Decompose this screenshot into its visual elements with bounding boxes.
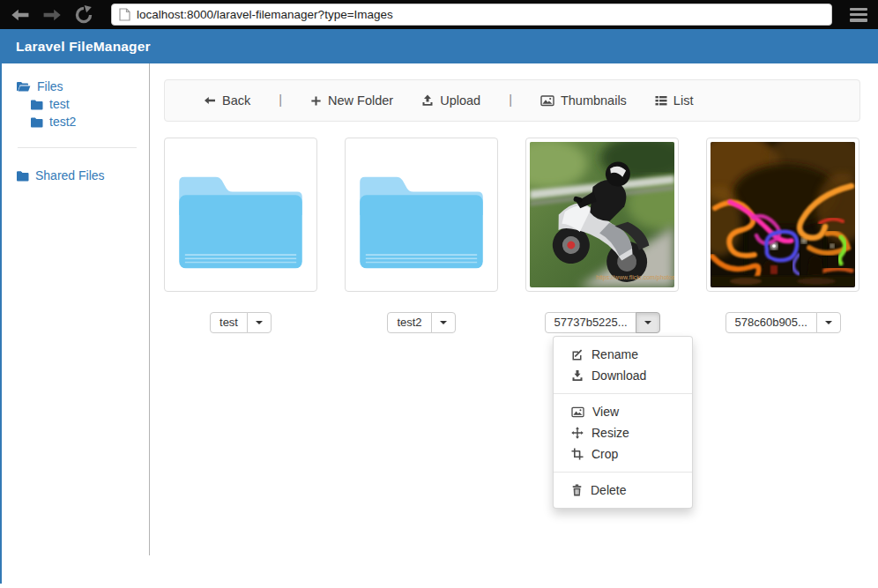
sidebar-item-label: test2 <box>49 115 76 129</box>
menu-divider <box>554 393 692 394</box>
item-context-menu: Rename Download <box>553 336 693 509</box>
toolbar: Back | New Folder Upload | <box>164 79 860 122</box>
new-folder-button[interactable]: New Folder <box>310 93 393 108</box>
menu-item-delete[interactable]: Delete <box>554 480 692 501</box>
caret-down-icon <box>825 321 832 324</box>
item-dropdown-toggle[interactable] <box>431 312 456 333</box>
item-dropdown-toggle-open[interactable] <box>636 312 660 333</box>
sidebar-item-label: Files <box>37 79 63 93</box>
folder-open-icon <box>16 80 31 93</box>
list-button[interactable]: List <box>655 93 694 108</box>
sidebar-item-files[interactable]: Files <box>16 78 149 95</box>
back-button[interactable]: Back <box>204 93 250 108</box>
menu-item-rename[interactable]: Rename <box>554 344 692 365</box>
grid-item-image-1: https://www.flickr.com/photos 57737b5225… <box>525 138 679 333</box>
back-label: Back <box>222 93 250 108</box>
motorcycle-photo: https://www.flickr.com/photos <box>530 142 674 287</box>
big-folder-icon <box>354 157 488 273</box>
resize-icon <box>571 427 584 439</box>
menu-item-label: Download <box>592 368 646 383</box>
items-grid: test tes <box>164 138 860 333</box>
menu-divider <box>554 472 692 473</box>
menu-item-view[interactable]: View <box>554 401 692 422</box>
folder-thumbnail[interactable] <box>164 138 317 292</box>
menu-item-label: Delete <box>591 483 626 497</box>
browser-forward-icon[interactable] <box>42 5 62 25</box>
menu-item-label: Rename <box>592 347 638 361</box>
list-label: List <box>673 93 694 108</box>
thumbnails-button[interactable]: Thumbnails <box>540 93 627 108</box>
browser-menu-icon[interactable] <box>850 8 867 22</box>
folder-thumbnail[interactable] <box>345 138 498 292</box>
item-dropdown-toggle[interactable] <box>816 312 841 333</box>
sidebar-item-label: test <box>49 97 70 111</box>
item-dropdown-toggle[interactable] <box>247 312 272 333</box>
menu-item-label: View <box>592 405 619 419</box>
item-name-group: 578c60b905... <box>725 312 841 333</box>
big-folder-icon <box>174 157 308 273</box>
caret-down-icon <box>644 321 651 324</box>
main-panel: Back | New Folder Upload | <box>164 79 860 333</box>
grid-item-folder-test: test <box>164 138 317 333</box>
toolbar-separator: | <box>509 93 512 108</box>
image-thumbnail[interactable] <box>706 138 859 292</box>
thumbnails-label: Thumbnails <box>561 93 627 108</box>
list-icon <box>655 95 667 107</box>
folder-icon <box>30 116 43 128</box>
grid-item-folder-test2: test2 <box>345 138 498 333</box>
picture-icon <box>540 94 554 107</box>
upload-icon <box>421 94 434 107</box>
plus-icon <box>310 95 322 107</box>
new-folder-label: New Folder <box>328 93 393 108</box>
browser-refresh-icon[interactable] <box>74 5 93 25</box>
item-name-group: test <box>210 312 272 333</box>
upload-button[interactable]: Upload <box>421 93 480 108</box>
app-title: Laravel FileManager <box>16 39 151 55</box>
menu-item-download[interactable]: Download <box>554 365 692 386</box>
browser-back-icon[interactable] <box>11 5 30 25</box>
url-bar[interactable]: localhost:8000/laravel-filemanager?type=… <box>111 4 832 26</box>
arrow-left-icon <box>204 94 216 107</box>
item-name-button[interactable]: test <box>210 312 248 333</box>
folder-icon <box>30 99 43 110</box>
browser-chrome: localhost:8000/laravel-filemanager?type=… <box>0 0 878 29</box>
sidebar: Files test test2 Shared Files <box>2 63 150 555</box>
caret-down-icon <box>440 321 447 324</box>
item-name-button[interactable]: test2 <box>387 312 431 333</box>
light-painting-photo <box>711 142 855 287</box>
menu-item-resize[interactable]: Resize <box>554 422 692 443</box>
trash-icon <box>571 484 583 496</box>
upload-label: Upload <box>440 93 480 108</box>
view-icon <box>571 406 584 418</box>
sidebar-divider <box>18 147 137 148</box>
crop-icon <box>571 448 584 460</box>
sidebar-item-test2[interactable]: test2 <box>16 113 149 130</box>
url-text: localhost:8000/laravel-filemanager?type=… <box>137 8 393 21</box>
content: Files test test2 Shared Files <box>0 63 878 588</box>
item-name-button[interactable]: 57737b5225... <box>545 312 636 333</box>
sidebar-item-label: Shared Files <box>35 168 105 182</box>
sidebar-item-test[interactable]: test <box>16 95 149 113</box>
item-name-button[interactable]: 578c60b905... <box>725 312 817 333</box>
download-icon <box>571 369 584 382</box>
menu-item-label: Resize <box>592 426 629 440</box>
grid-item-image-2: 578c60b905... <box>706 138 859 333</box>
caret-down-icon <box>256 321 263 324</box>
sidebar-item-shared-files[interactable]: Shared Files <box>16 167 149 184</box>
rename-icon <box>571 348 584 361</box>
toolbar-separator: | <box>279 93 282 108</box>
photo-watermark: https://www.flickr.com/photos <box>596 274 674 281</box>
item-name-group: 57737b5225... <box>545 312 660 333</box>
menu-item-crop[interactable]: Crop <box>554 443 692 465</box>
page-icon <box>119 8 130 21</box>
menu-item-label: Crop <box>592 447 618 461</box>
app-header: Laravel FileManager <box>0 29 878 63</box>
item-name-group: test2 <box>387 312 455 333</box>
image-thumbnail[interactable]: https://www.flickr.com/photos <box>525 138 679 292</box>
folder-icon <box>16 170 29 182</box>
